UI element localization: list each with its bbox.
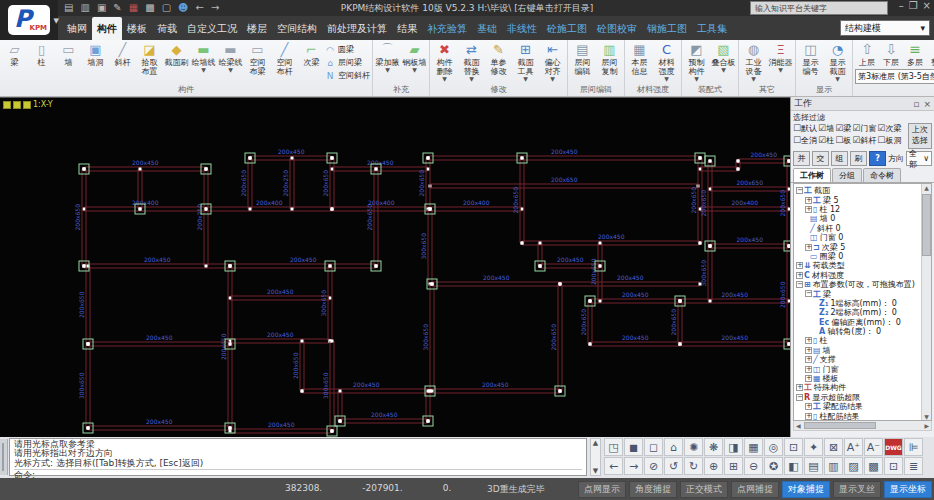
zoom-window-icon[interactable]: ⊞ [724,457,743,475]
scroll-up-icon[interactable]: ▲ [924,184,929,191]
pan-left-icon[interactable]: ← [604,457,623,475]
bulb-icon[interactable]: ✦ [804,438,823,456]
filter-checkbox-梁[interactable]: ☑梁 [835,123,851,134]
tree-expand-icon[interactable]: + [796,272,803,279]
tree-expand-icon[interactable]: + [805,403,812,410]
user-icon[interactable]: ☻ [178,1,188,14]
ribbon-button-叠合板[interactable]: ▧叠合板▼ [710,41,737,72]
undo-icon[interactable]: ← [196,1,204,14]
ribbon-button-圆梁[interactable]: ◠圆梁 [325,43,371,56]
section-view-icon[interactable]: ▤ [804,457,823,475]
zoom-out-icon[interactable]: ⊖ [744,457,763,475]
ribbon-button-消能器[interactable]: Ξ消能器▼ [767,41,794,72]
export-dwg-icon[interactable]: DWG [884,438,903,456]
view-texture-icon[interactable]: ◨ [724,438,743,456]
ribbon-button-整楼[interactable]: ≣整楼 [927,41,934,68]
snap-toggle-点网显示[interactable]: 点网显示 [578,481,626,498]
command-scrollbar[interactable]: ▲ ▼ [590,438,601,476]
ribbon-button-次梁[interactable]: ⌐次梁 [298,41,325,67]
tree-expand-icon[interactable]: + [805,413,812,420]
tab-钢施工图[interactable]: 钢施工图 [642,17,692,40]
last-select-button[interactable]: 上次 选择 [908,123,932,149]
select-cancel-icon[interactable]: ⊘ [644,457,663,475]
viewport-window-icon[interactable] [3,101,11,109]
fit-view-icon[interactable]: ⊡ [884,457,903,475]
ribbon-button-空间布梁[interactable]: ▭空间 布梁 [244,41,271,76]
viewport-window-icon[interactable] [13,101,21,109]
render-light-icon[interactable]: ✺ [684,438,703,456]
ribbon-button-空间布杆[interactable]: ╱空间 布杆 [271,41,298,76]
floor-all-icon[interactable]: ▩ [864,457,883,475]
knowledge-search-input[interactable]: 输入知识平台关键字 [750,1,888,15]
panel-tab-分组[interactable]: 分组 [832,168,862,182]
print-icon[interactable]: ▩ [145,1,154,14]
op-button-交[interactable]: 交 [812,151,829,166]
zoom-rotate-icon[interactable]: ↻ [684,457,703,475]
tree-node[interactable]: +工梁 5 [796,195,931,204]
view-orbit-icon[interactable]: ◎ [764,438,783,456]
tree-vertical-scrollbar[interactable]: ▲ ▼ [921,184,931,420]
minimize-button[interactable]: – [899,0,904,11]
ribbon-button-显示编号[interactable]: ◫显示 编号 [797,41,824,76]
dock-grip-handle[interactable] [0,439,8,475]
ribbon-button-多层[interactable]: ≡多层 [903,41,927,68]
filter-checkbox-次梁[interactable]: ☑次梁 [877,123,901,134]
tree-expand-icon[interactable]: − [796,394,803,401]
text-smaller-icon[interactable]: A⁻ [864,438,883,456]
tab-前处理及计算[interactable]: 前处理及计算 [322,17,392,40]
scrollbar-thumb[interactable] [804,422,876,429]
ribbon-button-层间梁[interactable]: ⌂层间梁 [325,56,371,69]
close-icon[interactable]: × [923,99,931,109]
filter-checkbox-板洞[interactable]: ☐板洞 [877,135,901,146]
pkpm-logo[interactable]: P KPM ▼ [0,0,58,40]
tree-node[interactable]: +▯柱 [796,336,931,345]
tab-工具集[interactable]: 工具集 [692,17,732,40]
view-shaded-cube-icon[interactable]: ◼ [624,438,643,456]
tree-expand-icon[interactable]: + [805,197,812,204]
tab-轴网[interactable]: 轴网 [62,17,92,40]
zoom-in-icon[interactable]: ⊕ [704,457,723,475]
redo-icon[interactable]: → [211,1,219,14]
tab-结果[interactable]: 结果 [392,17,422,40]
save-as-icon[interactable]: ▣ [97,1,106,14]
ribbon-button-斜杆[interactable]: ╱斜杆 [109,41,136,67]
tree-node[interactable]: +工梁配筋结果 [796,402,931,411]
ribbon-button-截面工具[interactable]: ⊞截面 工具▼ [512,41,539,81]
tree-expand-icon[interactable]: − [796,187,803,194]
local-light-icon[interactable]: ✪ [764,457,783,475]
ribbon-button-层间复制[interactable]: ▥层间 复制 [596,41,623,76]
layer-select[interactable]: 第3标准层 (第3-5自然层)▾ [855,69,934,84]
ribbon-button-下层[interactable]: ⇩下层 [879,41,903,68]
filter-checkbox-板[interactable]: ☐板 [835,135,851,146]
ribbon-button-墙[interactable]: ▭墙 [55,41,82,67]
direction-select[interactable]: 全部∨ [906,151,932,166]
tree-expand-icon[interactable]: + [796,384,803,391]
tree-expand-icon[interactable]: + [805,206,812,213]
measure-icon[interactable]: ⊫ [904,438,923,456]
ribbon-button-上层[interactable]: ⇧上层 [855,41,879,68]
floor-single-icon[interactable]: ▥ [824,457,843,475]
display-settings-icon[interactable]: ≣ [904,457,923,475]
ribbon-button-绘墙线[interactable]: ▬绘墙线▼ [190,41,217,72]
snap-toggle-角度捕捉[interactable]: 角度捕捉 [629,481,677,498]
tree-expand-icon[interactable]: + [805,244,812,251]
ribbon-button-空间斜杆[interactable]: N空间斜杆 [325,69,371,82]
ribbon-button-本层信息[interactable]: ▦本层 信息 [626,41,653,76]
filter-checkbox-柱[interactable]: ☑柱 [818,135,834,146]
filter-checkbox-墙[interactable]: ☑墙 [818,123,834,134]
tree-expand-icon[interactable]: − [805,290,812,297]
scroll-left-icon[interactable]: ◀ [796,422,801,429]
viewport-window-icon[interactable] [23,101,31,109]
view-house-icon[interactable]: ⌂ [664,438,683,456]
scroll-up-icon[interactable]: ▲ [593,439,598,447]
tab-自定义工况[interactable]: 自定义工况 [182,17,242,40]
ribbon-button-显示截面[interactable]: ◔显示 截面▼ [824,41,851,81]
tab-砼图校审[interactable]: 砼图校审 [592,17,642,40]
save-all-icon[interactable]: ▥ [80,1,89,14]
view-grid-icon[interactable]: ▦ [744,438,763,456]
maximize-button[interactable]: ❐ [909,0,918,11]
tab-基础[interactable]: 基础 [472,17,502,40]
tree-node[interactable]: ╱斜杆 0 [796,224,931,233]
scroll-down-icon[interactable]: ▼ [593,467,598,475]
tree-node[interactable]: A轴转角(度)： 0 [796,327,931,336]
